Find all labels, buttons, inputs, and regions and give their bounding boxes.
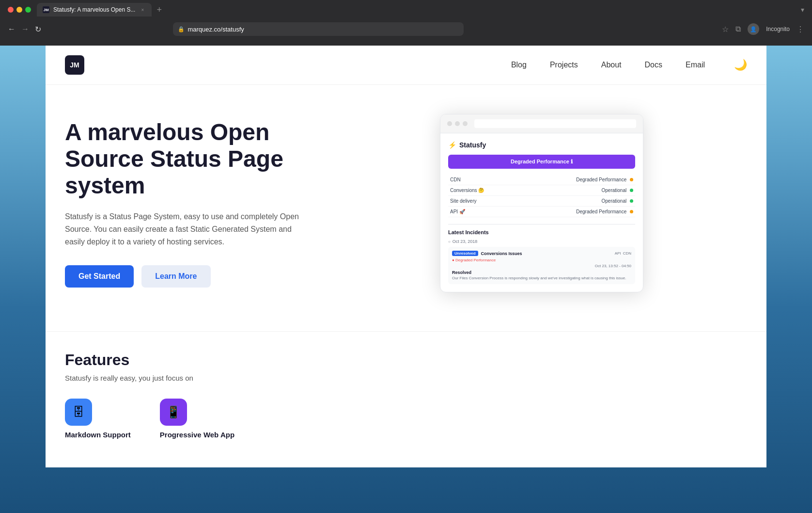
nav-links: Blog Projects About Docs Email xyxy=(511,61,705,69)
website-content: JM Blog Projects About Docs Email 🌙 A ma… xyxy=(46,46,766,467)
nav-link-projects[interactable]: Projects xyxy=(550,61,578,69)
service-status-site-delivery: Operational xyxy=(520,196,635,207)
incidents-title: Latest Incidents xyxy=(448,229,635,235)
learn-more-button[interactable]: Learn More xyxy=(141,265,210,288)
statusfy-icon: ⚡ xyxy=(448,141,456,149)
browser-chrome: JM Statusfy: A marvelous Open S... × + ▾… xyxy=(0,0,812,46)
incident-card: Unresolved Conversions Issues API CDN ● … xyxy=(448,247,635,284)
refresh-button[interactable]: ↻ xyxy=(35,25,41,34)
traffic-light-red[interactable] xyxy=(8,7,14,13)
hero-text: A marvelous Open Source Status Page syst… xyxy=(65,119,307,288)
site-logo[interactable]: JM xyxy=(65,55,84,75)
new-tab-button[interactable]: + xyxy=(154,5,165,15)
pwa-label: Progressive Web App xyxy=(160,431,234,439)
url-text: marquez.co/statusfy xyxy=(187,26,244,33)
service-name-conversions: Conversions 🤔 xyxy=(448,185,520,196)
incident-tags: API CDN xyxy=(615,251,631,256)
hero-buttons: Get Started Learn More xyxy=(65,265,307,288)
traffic-light-yellow[interactable] xyxy=(16,7,22,13)
features-section: Features Statusfy is really easy, you ju… xyxy=(46,331,766,449)
preview-degraded-banner: Degraded Performance ℹ xyxy=(448,155,635,169)
back-button[interactable]: ← xyxy=(8,25,16,33)
profile-button[interactable]: 👤 xyxy=(748,23,759,35)
features-title: Features xyxy=(65,351,747,369)
feature-pwa: 📱 Progressive Web App xyxy=(160,399,234,439)
preview-brand: ⚡ Statusfy xyxy=(448,141,635,149)
markdown-label: Markdown Support xyxy=(65,431,131,439)
preview-dot-2 xyxy=(455,121,460,126)
traffic-lights xyxy=(8,7,31,13)
tab-title: Statusfy: A marvelous Open S... xyxy=(53,6,135,13)
service-row-cdn: CDN Degraded Performance xyxy=(448,175,635,185)
status-page-preview: ⚡ Statusfy Degraded Performance ℹ CDN De… xyxy=(440,114,643,292)
nav-link-blog[interactable]: Blog xyxy=(511,61,527,69)
service-name-site-delivery: Site delivery xyxy=(448,196,520,207)
traffic-light-green[interactable] xyxy=(25,7,31,13)
browser-tab-active[interactable]: JM Statusfy: A marvelous Open S... × xyxy=(37,3,152,16)
service-row-conversions: Conversions 🤔 Operational xyxy=(448,185,635,196)
browser-window: JM Statusfy: A marvelous Open S... × + ▾… xyxy=(0,0,812,513)
service-status-cdn: Degraded Performance xyxy=(520,175,635,185)
address-bar[interactable]: 🔒 marquez.co/statusfy xyxy=(173,22,464,36)
hero-section: A marvelous Open Source Status Page syst… xyxy=(46,85,766,331)
split-view-icon[interactable]: ⧉ xyxy=(735,25,741,33)
incident-tag-api: API xyxy=(615,251,621,256)
service-row-api: API 🚀 Degraded Performance xyxy=(448,207,635,217)
status-dot-conversions xyxy=(630,189,633,192)
incident-subtitle: ● Degraded Performance xyxy=(452,258,631,262)
more-options-icon[interactable]: ⋮ xyxy=(796,25,804,34)
preview-brand-name: Statusfy xyxy=(459,141,486,149)
preview-dot-1 xyxy=(447,121,452,126)
database-icon: 🗄 xyxy=(73,405,84,419)
hero-title: A marvelous Open Source Status Page syst… xyxy=(65,119,307,199)
services-table: CDN Degraded Performance Conversions 🤔 O… xyxy=(448,175,635,217)
incident-header: Unresolved Conversions Issues API CDN xyxy=(452,251,631,256)
browser-addressbar: ← → ↻ 🔒 marquez.co/statusfy ☆ ⧉ 👤 Incogn… xyxy=(0,19,812,39)
preview-urlbar xyxy=(474,119,636,128)
incident-badge: Unresolved xyxy=(452,251,478,256)
nav-link-docs[interactable]: Docs xyxy=(645,61,662,69)
hero-preview: ⚡ Statusfy Degraded Performance ℹ CDN De… xyxy=(336,114,747,292)
preview-dot-3 xyxy=(463,121,468,126)
status-dot-cdn xyxy=(630,178,633,181)
status-dot-site-delivery xyxy=(630,199,633,203)
browser-titlebar: JM Statusfy: A marvelous Open S... × + ▾ xyxy=(0,0,812,19)
features-grid: 🗄 Markdown Support 📱 Progressive Web App xyxy=(65,399,747,439)
get-started-button[interactable]: Get Started xyxy=(65,265,134,288)
tab-favicon: JM xyxy=(43,6,49,13)
preview-body: ⚡ Statusfy Degraded Performance ℹ CDN De… xyxy=(440,133,643,292)
incognito-label: Incognito xyxy=(766,26,790,32)
service-status-api: Degraded Performance xyxy=(520,207,635,217)
nav-link-email[interactable]: Email xyxy=(686,61,705,69)
incident-timestamp: Oct 23, 13:52 - 04:50 xyxy=(452,264,631,268)
tab-bar: JM Statusfy: A marvelous Open S... × + xyxy=(37,3,795,16)
pwa-icon-box: 📱 xyxy=(160,399,187,426)
service-row-site-delivery: Site delivery Operational xyxy=(448,196,635,207)
site-nav: JM Blog Projects About Docs Email 🌙 xyxy=(46,46,766,85)
incident-date: Oct 23, 2018 xyxy=(448,239,635,244)
preview-titlebar xyxy=(440,114,643,133)
mobile-icon: 📱 xyxy=(166,405,181,419)
incident-tag-cdn: CDN xyxy=(623,251,631,256)
lock-icon: 🔒 xyxy=(178,26,185,32)
service-name-api: API 🚀 xyxy=(448,207,520,217)
status-dot-api xyxy=(630,210,633,213)
feature-markdown: 🗄 Markdown Support xyxy=(65,399,131,439)
markdown-icon-box: 🗄 xyxy=(65,399,92,426)
incident-resolved-text: Our Files Conversion Process is respondi… xyxy=(452,276,631,280)
nav-link-about[interactable]: About xyxy=(601,61,622,69)
incident-title: Conversions Issues xyxy=(481,251,612,256)
star-icon[interactable]: ☆ xyxy=(722,25,729,34)
hero-description: Statusfy is a Status Page System, easy t… xyxy=(65,210,307,248)
incidents-section: Latest Incidents Oct 23, 2018 Unresolved… xyxy=(448,224,635,284)
tab-close-button[interactable]: × xyxy=(139,6,146,13)
browser-right-controls: ☆ ⧉ 👤 Incognito ⋮ xyxy=(722,23,804,35)
service-status-conversions: Operational xyxy=(520,185,635,196)
features-description: Statusfy is really easy, you just focus … xyxy=(65,373,259,384)
service-name-cdn: CDN xyxy=(448,175,520,185)
tab-controls: ▾ xyxy=(801,6,804,14)
forward-button[interactable]: → xyxy=(21,25,29,33)
dark-mode-toggle[interactable]: 🌙 xyxy=(734,59,747,71)
incident-resolved-title: Resolved xyxy=(452,270,631,275)
